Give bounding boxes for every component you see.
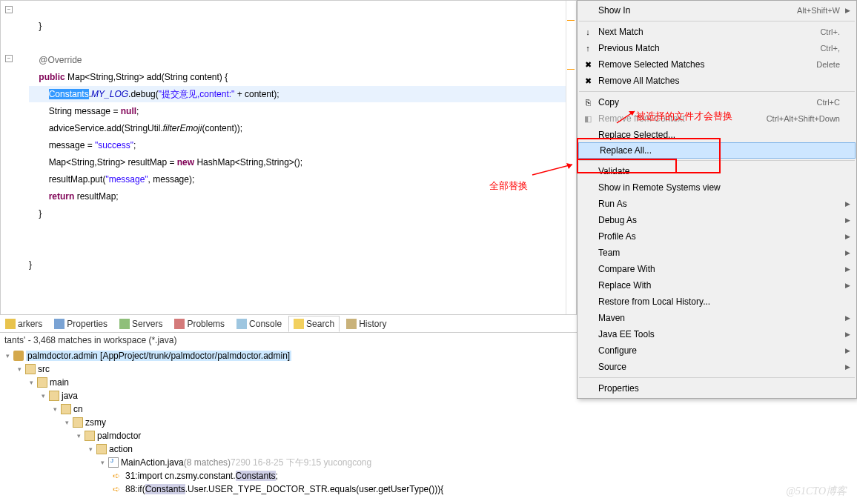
context-icon: ◧ <box>582 113 594 125</box>
remove-all-icon: ✖ <box>582 75 594 87</box>
folder-icon <box>49 391 59 401</box>
folder-icon <box>37 377 47 388</box>
menu-properties[interactable]: Properties <box>578 380 856 397</box>
up-arrow-icon: ↑ <box>582 42 594 54</box>
tab-history[interactable]: History <box>341 316 391 332</box>
menu-run-as[interactable]: Run As▶ <box>578 196 856 212</box>
submenu-arrow-icon: ▶ <box>845 200 850 208</box>
file-meta: 7290 16-8-25 下午9:15 yucongcong <box>231 457 371 469</box>
fold-gutter-icon[interactable]: − <box>5 55 13 62</box>
tab-console[interactable]: Console <box>231 316 287 332</box>
fold-gutter-icon[interactable]: − <box>5 6 13 13</box>
code-editor[interactable]: − − } @Override public Map<String,String… <box>0 0 577 315</box>
file-label: MainAction.java <box>121 457 184 468</box>
remove-icon: ✖ <box>582 59 594 70</box>
tab-properties[interactable]: Properties <box>49 316 113 332</box>
code-line: } <box>29 208 42 219</box>
code-line-highlighted: Constants.MY_LOG.debug("提交意见,content:" +… <box>29 86 576 102</box>
folder-label: action <box>109 444 133 454</box>
menu-replace-with[interactable]: Replace With▶ <box>578 277 856 294</box>
folder-icon <box>73 417 83 428</box>
match-arrow-icon: ➪ <box>113 484 123 494</box>
menu-copy[interactable]: ⎘CopyCtrl+C <box>578 94 856 110</box>
code-line: String message = null; <box>29 106 139 116</box>
submenu-arrow-icon: ▶ <box>845 216 850 224</box>
console-icon <box>236 319 247 329</box>
expand-icon[interactable]: ▾ <box>98 458 107 467</box>
submenu-arrow-icon: ▶ <box>845 249 850 256</box>
expand-icon[interactable]: ▾ <box>27 378 36 387</box>
tree-folder[interactable]: ▾action <box>0 442 857 456</box>
menu-replace-selected[interactable]: Replace Selected... <box>578 127 856 143</box>
menu-separator <box>579 21 855 21</box>
code-line: @Override <box>29 55 82 65</box>
search-match[interactable]: ➪31: import cn.zsmy.constant.Constants; <box>0 469 857 483</box>
menu-previous-match[interactable]: ↑Previous MatchCtrl+, <box>578 40 856 56</box>
menu-separator <box>579 160 855 161</box>
menu-restore-from-history[interactable]: Restore from Local History... <box>578 294 856 310</box>
match-line-num: 31: <box>125 471 138 481</box>
down-arrow-icon: ↓ <box>582 26 594 38</box>
menu-show-in-remote[interactable]: Show in Remote Systems view <box>578 179 856 196</box>
menu-configure[interactable]: Configure▶ <box>578 342 856 359</box>
submenu-arrow-icon: ▶ <box>845 233 850 240</box>
submenu-arrow-icon: ▶ <box>845 7 850 14</box>
menu-maven[interactable]: Maven▶ <box>578 310 856 326</box>
submenu-arrow-icon: ▶ <box>845 265 850 273</box>
menu-show-in[interactable]: Show InAlt+Shift+W▶ <box>578 2 856 19</box>
submenu-arrow-icon: ▶ <box>845 314 850 322</box>
code-line: adviceService.add(StringUtil.filterEmoji… <box>29 123 242 133</box>
match-highlight: Constants <box>145 484 185 494</box>
menu-debug-as[interactable]: Debug As▶ <box>578 212 856 228</box>
folder-label: cn <box>73 404 83 414</box>
selected-text: Constants <box>49 89 89 99</box>
expand-icon[interactable]: ▾ <box>50 405 59 414</box>
search-match[interactable]: ➪88: if(Constants.User.USER_TYPE_DOCTOR_… <box>0 483 857 496</box>
expand-icon[interactable]: ▾ <box>74 431 83 440</box>
project-icon <box>13 351 24 361</box>
tab-markers[interactable]: arkers <box>0 316 47 332</box>
overview-ruler[interactable] <box>566 1 576 314</box>
tab-servers[interactable]: Servers <box>114 316 168 332</box>
menu-next-match[interactable]: ↓Next MatchCtrl+. <box>578 24 856 40</box>
problems-icon <box>174 319 185 329</box>
java-file-icon <box>108 457 119 468</box>
menu-compare-with[interactable]: Compare With▶ <box>578 261 856 277</box>
code-area[interactable]: } @Override public Map<String,String> ad… <box>1 1 576 289</box>
menu-separator <box>579 91 855 92</box>
menu-profile-as[interactable]: Profile As▶ <box>578 228 856 245</box>
menu-source[interactable]: Source▶ <box>578 359 856 375</box>
tab-problems[interactable]: Problems <box>169 316 230 332</box>
menu-separator <box>579 377 855 378</box>
code-line: Map<String,String> resultMap = new HashM… <box>29 157 302 168</box>
folder-label: zsmy <box>85 417 106 428</box>
code-line: } <box>29 21 42 31</box>
tree-file[interactable]: ▾MainAction.java (8 matches) 7290 16-8-2… <box>0 456 857 469</box>
menu-team[interactable]: Team▶ <box>578 245 856 261</box>
menu-remove-all-matches[interactable]: ✖Remove All Matches <box>578 73 856 89</box>
tree-folder[interactable]: ▾palmdoctor <box>0 429 857 442</box>
submenu-arrow-icon: ▶ <box>845 282 850 289</box>
match-highlight: Constants <box>236 471 276 481</box>
menu-java-ee-tools[interactable]: Java EE Tools▶ <box>578 326 856 342</box>
folder-icon <box>85 431 95 441</box>
expand-icon[interactable]: ▾ <box>86 445 95 454</box>
match-count: (8 matches) <box>184 457 231 468</box>
code-line: resultMap.put("message", message); <box>29 174 194 185</box>
annotation-text: 被选择的文件才会替换 <box>636 110 732 123</box>
expand-icon[interactable]: ▾ <box>62 418 71 427</box>
tree-folder[interactable]: ▾zsmy <box>0 416 857 429</box>
folder-icon <box>96 444 107 454</box>
tab-search[interactable]: Search× <box>288 316 340 332</box>
expand-icon[interactable]: ▾ <box>3 351 12 360</box>
servers-icon <box>119 319 130 329</box>
submenu-arrow-icon: ▶ <box>845 331 850 338</box>
menu-remove-selected-matches[interactable]: ✖Remove Selected MatchesDelete <box>578 56 856 73</box>
menu-validate[interactable]: Validate <box>578 163 856 179</box>
match-arrow-icon: ➪ <box>113 471 123 481</box>
expand-icon[interactable]: ▾ <box>39 391 47 400</box>
tree-folder[interactable]: ▾cn <box>0 402 857 416</box>
expand-icon[interactable]: ▾ <box>15 365 24 374</box>
search-icon <box>294 319 304 329</box>
menu-replace-all[interactable]: Replace All... <box>578 142 856 159</box>
